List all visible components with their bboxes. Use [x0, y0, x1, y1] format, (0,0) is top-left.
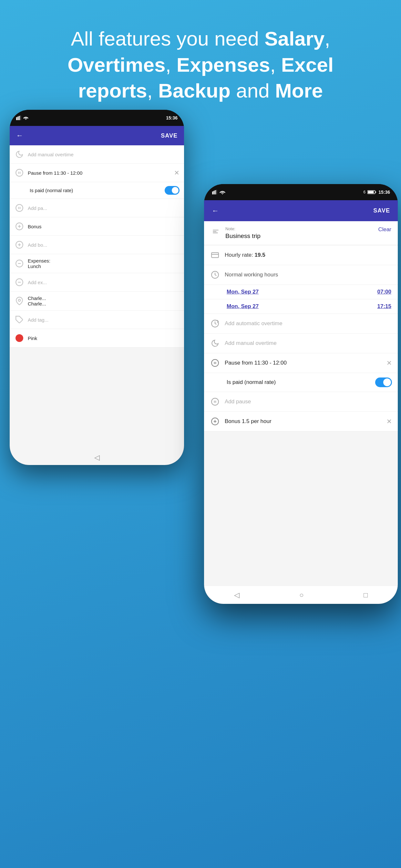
front-hourly-rate-label: Hourly rate: 19.5 [225, 252, 266, 258]
back-expenses-row: Expenses:Lunch [10, 254, 184, 273]
front-bonus-close[interactable]: ✕ [387, 417, 392, 425]
svg-point-8 [16, 205, 23, 212]
back-expenses-label: Expenses:Lunch [28, 258, 180, 269]
back-status-icons [16, 116, 28, 120]
back-add-expense-icon [14, 277, 25, 287]
phone-front: 6 15:36 ← SAVE Note: Business trip Clear [204, 184, 398, 604]
svg-point-41 [212, 398, 219, 405]
front-hourly-rate-row: Hourly rate: 19.5 [204, 245, 398, 265]
svg-rect-1 [18, 117, 19, 120]
front-pause-icon [210, 358, 220, 368]
front-paid-row: Is paid (normal rate) [204, 373, 398, 392]
front-bonus-row: Bonus 1.5 per hour ✕ [204, 412, 398, 431]
front-pause-row: Pause from 11:30 - 12:00 ✕ [204, 353, 398, 373]
phones-container: 15:36 ← SAVE Add manual overtime Pause f… [0, 110, 401, 868]
back-add-pause-row: Add pa... [10, 199, 184, 217]
back-color-row: Pink [10, 329, 184, 347]
front-notch [277, 184, 325, 194]
front-auto-overtime-row: Add automatic overtime [204, 314, 398, 334]
back-add-pause-label: Add pa... [28, 206, 180, 211]
back-bonus-label: Bonus [28, 224, 180, 229]
back-add-bonus-row: Add bo... [10, 236, 184, 254]
back-paid-row: Is paid (normal rate) [10, 182, 184, 199]
front-add-pause-row: Add pause [204, 392, 398, 412]
front-start-time[interactable]: 07:00 [377, 289, 391, 295]
hero-section: All features you need Salary, Overtimes,… [0, 0, 401, 117]
back-add-tag-label: Add tag... [28, 317, 180, 322]
front-notch-area: 6 15:36 [204, 184, 398, 200]
front-nav-recent[interactable]: □ [364, 591, 368, 599]
front-bonus-label: Bonus 1.5 per hour [225, 418, 379, 425]
svg-rect-29 [368, 191, 374, 193]
back-phone-notch-area: 15:36 [10, 110, 184, 126]
back-bonus-row: Bonus [10, 217, 184, 236]
front-pause-close[interactable]: ✕ [387, 359, 392, 367]
front-note-content: Note: Business trip [225, 226, 374, 240]
front-auto-ot-icon [210, 318, 220, 329]
back-tag-icon [14, 314, 25, 325]
svg-point-5 [16, 169, 23, 176]
phone-back: 15:36 ← SAVE Add manual overtime Pause f… [10, 110, 184, 465]
front-end-date[interactable]: Mon, Sep 27 [227, 303, 258, 310]
back-moon-icon [14, 149, 25, 159]
svg-point-27 [222, 193, 223, 194]
back-color-dot-icon [14, 333, 25, 343]
front-status-time: 15:36 [378, 190, 390, 195]
back-add-tag-row: Add tag... [10, 311, 184, 329]
svg-rect-26 [216, 190, 217, 194]
back-app-content: Add manual overtime Pause from 11:30 - 1… [10, 145, 184, 465]
front-app-content: Note: Business trip Clear Hourly rate: 1… [204, 221, 398, 586]
front-note-value: Business trip [225, 232, 374, 240]
back-pause-icon [14, 167, 25, 178]
svg-rect-2 [19, 116, 20, 120]
hero-reports: reports [78, 80, 147, 102]
front-manual-overtime-label: Add manual overtime [225, 340, 392, 346]
front-manual-overtime-row: Add manual overtime [204, 334, 398, 353]
front-nav-home[interactable]: ○ [299, 591, 304, 599]
front-save-button[interactable]: SAVE [373, 207, 390, 214]
back-location-label: Charle...Charle... [28, 296, 180, 306]
front-start-row: Mon, Sep 27 07:00 [204, 285, 398, 299]
svg-rect-3 [20, 116, 21, 120]
back-pause-close[interactable]: ✕ [174, 169, 180, 177]
svg-rect-23 [212, 191, 213, 194]
back-save-button[interactable]: SAVE [161, 132, 178, 139]
hero-more: More [275, 80, 323, 102]
front-status-icons [212, 190, 225, 194]
back-status-time: 15:36 [166, 115, 178, 120]
svg-rect-0 [16, 117, 17, 120]
back-nav: ◁ [10, 454, 184, 462]
front-start-date[interactable]: Mon, Sep 27 [227, 289, 258, 295]
front-bonus-icon [210, 416, 220, 427]
back-paid-label: Is paid (normal rate) [30, 188, 161, 193]
back-add-pause-icon [14, 203, 25, 213]
back-color-label: Pink [28, 336, 180, 341]
front-paid-toggle[interactable] [375, 377, 392, 387]
back-paid-toggle[interactable] [165, 186, 180, 195]
back-back-arrow[interactable]: ← [16, 131, 23, 140]
front-auto-overtime-label: Add automatic overtime [225, 320, 392, 327]
front-back-arrow[interactable]: ← [212, 207, 219, 215]
front-status-right: 6 15:36 [364, 190, 390, 195]
svg-point-4 [26, 119, 26, 120]
back-add-bonus-label: Add bo... [28, 242, 180, 248]
hero-overtimes: Overtimes [67, 54, 165, 76]
hero-expenses: Expenses [177, 54, 270, 76]
back-expenses-icon [14, 258, 25, 269]
back-add-expense-row: Add ex... [10, 273, 184, 291]
back-add-bonus-icon [14, 240, 25, 250]
front-clear-button[interactable]: Clear [378, 226, 391, 233]
front-note-row: Note: Business trip Clear [204, 221, 398, 245]
front-add-pause-icon [210, 397, 220, 407]
front-manual-ot-icon [210, 338, 220, 348]
back-add-expense-label: Add ex... [28, 280, 180, 285]
front-end-time[interactable]: 17:15 [377, 303, 391, 310]
front-app-header: ← SAVE [204, 200, 398, 221]
back-manual-overtime-label: Add manual overtime [28, 152, 180, 157]
back-location-row: Charle...Charle... [10, 291, 184, 311]
front-nav-back[interactable]: ◁ [234, 591, 240, 599]
svg-rect-34 [212, 252, 219, 257]
front-pause-label: Pause from 11:30 - 12:00 [225, 360, 379, 366]
front-add-pause-label: Add pause [225, 399, 392, 405]
front-note-icon [211, 227, 221, 237]
